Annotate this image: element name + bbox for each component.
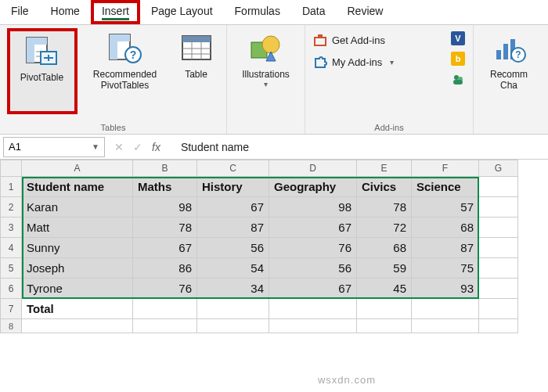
cell-header[interactable]: Student name (22, 177, 133, 197)
cell[interactable] (357, 319, 412, 333)
cell-name[interactable]: Tyrone (22, 279, 133, 299)
cell-value[interactable]: 86 (133, 258, 197, 279)
cell-value[interactable]: 76 (133, 279, 197, 299)
tab-file[interactable]: File (0, 0, 40, 24)
cancel-icon: ✕ (114, 141, 124, 153)
row-header-6[interactable]: 6 (0, 279, 22, 299)
illustrations-label: Illustrations (242, 69, 290, 80)
people-icon[interactable] (451, 72, 465, 86)
cell-value[interactable]: 87 (412, 238, 479, 258)
visio-icon[interactable]: V (451, 31, 465, 45)
formula-input[interactable] (176, 141, 548, 153)
recommended-pivot-label: Recommended PivotTables (93, 69, 157, 91)
cell[interactable] (133, 319, 197, 333)
cell-name[interactable]: Sunny (22, 238, 133, 258)
cell-header[interactable]: History (197, 177, 269, 197)
cell-value[interactable]: 45 (357, 279, 412, 299)
cell-value[interactable]: 56 (269, 258, 357, 279)
cell-header[interactable]: Science (412, 177, 479, 197)
cell[interactable] (412, 299, 479, 319)
cell-name[interactable]: Joseph (22, 258, 133, 279)
recommended-charts-button[interactable]: ? Recomm Cha (478, 28, 540, 114)
col-header-C[interactable]: C (197, 160, 269, 177)
get-addins-button[interactable]: Get Add-ins (313, 31, 394, 49)
cell[interactable] (269, 299, 357, 319)
cell-value[interactable]: 98 (269, 197, 357, 218)
cell[interactable] (197, 299, 269, 319)
cell-name[interactable]: Matt (22, 218, 133, 238)
cell-value[interactable]: 78 (133, 218, 197, 238)
cell[interactable] (269, 319, 357, 333)
row-header-4[interactable]: 4 (0, 238, 22, 258)
cell[interactable] (357, 299, 412, 319)
cell[interactable] (197, 319, 269, 333)
col-header-F[interactable]: F (412, 160, 479, 177)
tab-home[interactable]: Home (40, 0, 91, 24)
cell-value[interactable]: 67 (269, 279, 357, 299)
cell[interactable] (479, 279, 518, 299)
cell[interactable] (479, 319, 518, 333)
col-header-A[interactable]: A (22, 160, 133, 177)
cell[interactable] (479, 238, 518, 258)
cell-value[interactable]: 54 (197, 258, 269, 279)
name-box[interactable]: A1 ▼ (3, 137, 105, 157)
cell[interactable] (479, 299, 518, 319)
cell-value[interactable]: 68 (412, 218, 479, 238)
cell[interactable] (479, 197, 518, 218)
cell-value[interactable]: 93 (412, 279, 479, 299)
formula-bar-row: A1 ▼ ✕ ✓ fx (0, 135, 548, 160)
cell-value[interactable]: 67 (269, 218, 357, 238)
chevron-down-icon[interactable]: ▼ (92, 142, 99, 151)
cell[interactable] (412, 319, 479, 333)
cell-value[interactable]: 87 (197, 218, 269, 238)
tab-insert[interactable]: Insert (91, 0, 140, 24)
cell-value[interactable]: 59 (357, 258, 412, 279)
row-header-3[interactable]: 3 (0, 218, 22, 238)
cell-header[interactable]: Geography (269, 177, 357, 197)
cell-value[interactable]: 75 (412, 258, 479, 279)
cell-value[interactable]: 67 (197, 197, 269, 218)
cell-value[interactable]: 98 (133, 197, 197, 218)
spreadsheet-grid[interactable]: ABCDEFG1Student nameMathsHistoryGeograph… (0, 160, 548, 333)
col-header-E[interactable]: E (357, 160, 412, 177)
pivottable-icon (23, 34, 61, 69)
svg-text:b: b (456, 54, 461, 63)
cell[interactable] (479, 258, 518, 279)
cell-value[interactable]: 76 (269, 238, 357, 258)
cell-total[interactable]: Total (22, 299, 133, 319)
tab-data[interactable]: Data (291, 0, 337, 24)
cell-value[interactable]: 67 (133, 238, 197, 258)
cell-header[interactable]: Civics (357, 177, 412, 197)
cell-header[interactable]: Maths (133, 177, 197, 197)
cell-value[interactable]: 68 (357, 238, 412, 258)
fx-icon[interactable]: fx (152, 141, 160, 153)
row-header-5[interactable]: 5 (0, 258, 22, 279)
cell-value[interactable]: 56 (197, 238, 269, 258)
cell-name[interactable]: Karan (22, 197, 133, 218)
row-header-2[interactable]: 2 (0, 197, 22, 218)
tab-review[interactable]: Review (337, 0, 395, 24)
table-button[interactable]: Table (173, 28, 220, 114)
pivottable-button[interactable]: PivotTable (7, 28, 78, 114)
tab-page-layout[interactable]: Page Layout (140, 0, 224, 24)
col-header-G[interactable]: G (479, 160, 518, 177)
cell[interactable] (479, 218, 518, 238)
select-all-corner[interactable] (0, 160, 22, 177)
cell[interactable] (479, 177, 518, 197)
row-header-7[interactable]: 7 (0, 299, 22, 319)
recommended-pivottables-button[interactable]: ? Recommended PivotTables (82, 28, 168, 114)
row-header-1[interactable]: 1 (0, 177, 22, 197)
cell-value[interactable]: 34 (197, 279, 269, 299)
col-header-D[interactable]: D (269, 160, 357, 177)
col-header-B[interactable]: B (133, 160, 197, 177)
my-addins-button[interactable]: My Add-ins ▾ (313, 53, 394, 70)
cell-value[interactable]: 72 (357, 218, 412, 238)
cell-value[interactable]: 57 (412, 197, 479, 218)
cell-value[interactable]: 78 (357, 197, 412, 218)
row-header-8[interactable]: 8 (0, 319, 22, 333)
cell[interactable] (22, 319, 133, 333)
illustrations-button[interactable]: Illustrations ▾ (231, 28, 301, 114)
cell[interactable] (133, 299, 197, 319)
tab-formulas[interactable]: Formulas (224, 0, 291, 24)
bing-icon[interactable]: b (451, 52, 465, 66)
